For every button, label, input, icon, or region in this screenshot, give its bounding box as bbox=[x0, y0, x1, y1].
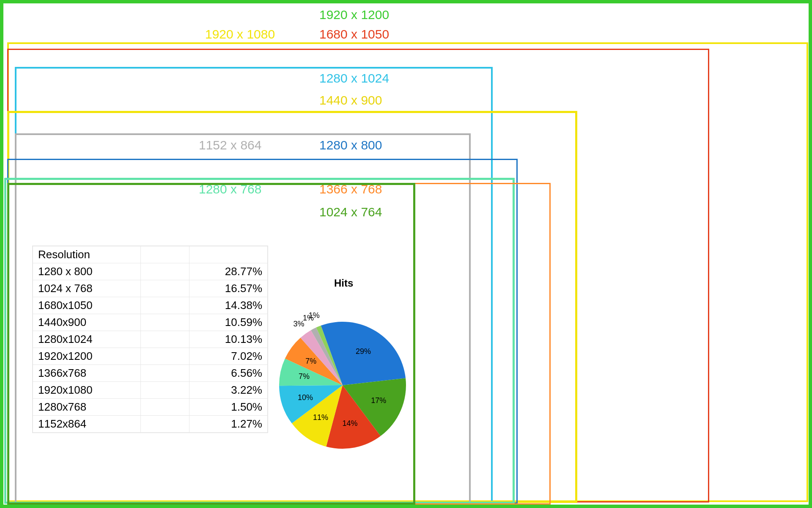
resolution-box bbox=[7, 183, 415, 505]
resolution-label: 1920 x 1080 bbox=[205, 27, 275, 41]
diagram-stage: { "boxes": [ { "label": "812 x 508", "… bbox=[0, 0, 812, 508]
resolution-label: 1280 x 800 bbox=[319, 138, 382, 152]
resolution-label: 1024 x 764 bbox=[319, 205, 382, 219]
resolution-label: 1280 x 768 bbox=[199, 182, 261, 196]
resolution-label: 1152 x 864 bbox=[199, 138, 261, 152]
resolution-label: 1280 x 1024 bbox=[319, 71, 389, 86]
resolution-label: 812 x 508 bbox=[319, 8, 389, 22]
resolution-label: 1440 x 900 bbox=[319, 93, 382, 108]
resolution-label: 1366 x 768 bbox=[319, 182, 382, 196]
resolution-label: 1680 x 1050 bbox=[319, 27, 389, 41]
